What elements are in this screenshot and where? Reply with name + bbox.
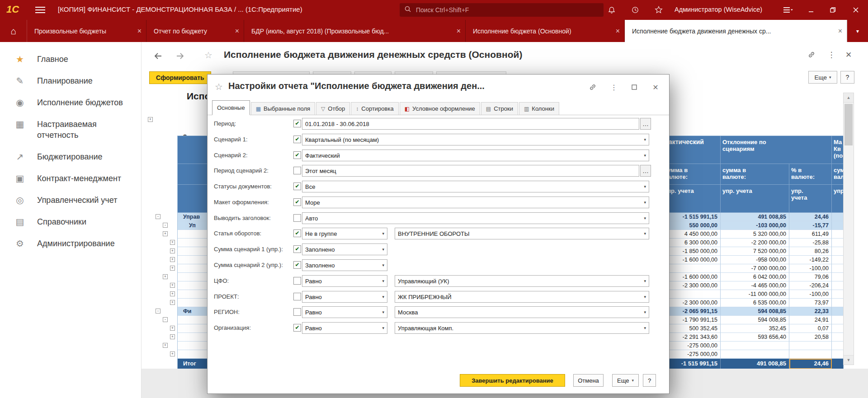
- field-combo[interactable]: Управляющая Комп.▾: [395, 322, 649, 334]
- comparison-combo[interactable]: Равно▾: [302, 322, 387, 334]
- tab-3[interactable]: БДР (июль, август 2018) (Произвольные бю…: [244, 20, 466, 42]
- current-user[interactable]: Администратор (WiseAdvice): [675, 6, 762, 13]
- expand-icon[interactable]: +: [170, 257, 175, 262]
- field-checkbox[interactable]: [293, 293, 301, 300]
- field-checkbox[interactable]: [293, 308, 301, 316]
- scroll-up-icon[interactable]: ▲: [844, 93, 854, 103]
- service-menu-icon[interactable]: [783, 5, 794, 14]
- tab-5[interactable]: Исполнение бюджета движения денежных ср.…: [625, 20, 847, 42]
- collapse-icon[interactable]: -: [163, 317, 168, 322]
- expand-icon[interactable]: +: [170, 248, 175, 253]
- field-combo[interactable]: Квартальный (по месяцам)▾: [302, 134, 649, 145]
- vertical-scrollbar[interactable]: ▲ ▼: [843, 93, 854, 365]
- sidebar-item-4[interactable]: ▦Настраиваемая отчетность: [0, 113, 141, 146]
- expand-icon[interactable]: +: [170, 266, 175, 271]
- sidebar-item-1[interactable]: ★Главное: [0, 48, 141, 70]
- field-combo[interactable]: ЖК ПРИБРЕЖНЫЙ▾: [395, 291, 649, 303]
- global-search[interactable]: [400, 3, 604, 17]
- tab-close-icon[interactable]: ×: [235, 28, 239, 35]
- expand-icon[interactable]: +: [163, 274, 168, 279]
- expand-icon[interactable]: +: [170, 240, 175, 245]
- field-checkbox[interactable]: ✔: [293, 324, 301, 332]
- field-checkbox[interactable]: [293, 167, 301, 174]
- expand-icon[interactable]: +: [170, 300, 175, 305]
- field-combo[interactable]: ВНУТРЕННИЕ ОБОРОТЫ▾: [395, 228, 649, 239]
- sidebar-item-8[interactable]: ▤Справочники: [0, 211, 141, 233]
- comparison-combo[interactable]: Не в группе▾: [302, 228, 387, 239]
- field-checkbox[interactable]: ✔: [293, 136, 301, 143]
- field-combo[interactable]: Москва▾: [395, 306, 649, 318]
- field-input[interactable]: 01.01.2018 - 30.06.2018: [302, 118, 639, 130]
- favorites-star-icon[interactable]: [654, 5, 663, 14]
- history-icon[interactable]: [631, 5, 640, 14]
- search-input[interactable]: [415, 6, 599, 14]
- field-combo[interactable]: Управляющий (УК)▾: [395, 275, 649, 287]
- sidebar-item-3[interactable]: ◉Исполнение бюджетов: [0, 92, 141, 113]
- ellipsis-button[interactable]: …: [640, 165, 651, 177]
- expand-icon[interactable]: +: [170, 334, 175, 339]
- field-checkbox[interactable]: ✔: [293, 120, 301, 127]
- field-checkbox[interactable]: ✔: [293, 245, 301, 253]
- field-input[interactable]: Этот месяц: [302, 165, 639, 177]
- selected-cell[interactable]: 24,46: [789, 359, 832, 369]
- sidebar-item-7[interactable]: ◎Управленческий учет: [0, 189, 141, 211]
- expand-icon[interactable]: +: [148, 117, 153, 122]
- value-cell: 4 450 000,00: [662, 230, 721, 239]
- minimize-button[interactable]: [800, 0, 822, 20]
- close-window-button[interactable]: [844, 0, 868, 20]
- tabs-overflow-icon[interactable]: ▾: [847, 20, 868, 42]
- ellipsis-button[interactable]: …: [640, 118, 651, 130]
- tab-1[interactable]: Произвольные бюджеты×: [27, 20, 146, 42]
- sidebar-item-2[interactable]: ✎Планирование: [0, 70, 141, 92]
- tab-2[interactable]: Отчет по бюджету×: [146, 20, 244, 42]
- scroll-down-icon[interactable]: ▼: [844, 355, 854, 365]
- field-checkbox[interactable]: ✔: [293, 183, 301, 190]
- sidebar-item-6[interactable]: ▣Контракт-менеджмент: [0, 168, 141, 189]
- sidebar-item-5[interactable]: ↗Бюджетирование: [0, 146, 141, 168]
- value-cell: [832, 264, 844, 273]
- finish-editing-button[interactable]: Завершить редактирование: [460, 374, 565, 387]
- dialog-help-button[interactable]: ?: [643, 374, 656, 387]
- expand-icon[interactable]: +: [170, 351, 175, 356]
- field-checkbox[interactable]: ✔: [293, 229, 301, 237]
- expand-icon[interactable]: +: [170, 291, 175, 296]
- field-checkbox[interactable]: ✔: [293, 151, 301, 159]
- field-checkbox[interactable]: [293, 214, 301, 222]
- tab-4[interactable]: Исполнение бюджета (Основной)×: [466, 20, 625, 42]
- generate-report-button[interactable]: Сформировать: [149, 71, 211, 84]
- field-checkbox[interactable]: ✔: [293, 261, 301, 269]
- scrollbar-thumb[interactable]: [844, 104, 853, 145]
- comparison-combo[interactable]: Заполнено▾: [302, 243, 387, 255]
- tab-close-icon[interactable]: ×: [616, 28, 620, 35]
- comparison-combo[interactable]: Равно▾: [302, 306, 387, 318]
- notifications-bell-icon[interactable]: [607, 5, 616, 14]
- comparison-combo[interactable]: Заполнено▾: [302, 259, 387, 271]
- dialog-tab-1[interactable]: Основные: [212, 100, 250, 115]
- collapse-icon[interactable]: -: [156, 309, 160, 314]
- field-combo[interactable]: Все▾: [302, 181, 649, 192]
- restore-button[interactable]: [822, 0, 844, 20]
- main-menu-icon[interactable]: [35, 6, 45, 15]
- field-combo[interactable]: Море▾: [302, 197, 649, 208]
- tab-close-icon[interactable]: ×: [838, 28, 842, 35]
- cancel-button[interactable]: Отмена: [573, 374, 604, 387]
- expand-icon[interactable]: +: [163, 343, 168, 348]
- field-checkbox[interactable]: [293, 277, 301, 285]
- field-label: ПРОЕКТ:: [214, 291, 239, 303]
- comparison-combo[interactable]: Равно▾: [302, 291, 387, 303]
- field-combo[interactable]: Авто▾: [302, 212, 649, 224]
- collapse-icon[interactable]: -: [156, 214, 160, 219]
- home-tab[interactable]: ⌂: [0, 20, 27, 42]
- field-combo[interactable]: Фактический▾: [302, 150, 649, 161]
- expand-icon[interactable]: +: [170, 326, 175, 331]
- collapse-icon[interactable]: -: [163, 223, 168, 228]
- field-checkbox[interactable]: ✔: [293, 198, 301, 206]
- field-label: Сценарий 1:: [214, 134, 248, 145]
- tab-close-icon[interactable]: ×: [137, 28, 142, 35]
- tab-close-icon[interactable]: ×: [457, 28, 461, 35]
- sidebar-item-9[interactable]: ⚙Администрирование: [0, 233, 141, 254]
- expand-icon[interactable]: +: [170, 283, 175, 288]
- comparison-combo[interactable]: Равно▾: [302, 275, 387, 287]
- expand-icon[interactable]: +: [163, 231, 168, 236]
- dialog-more-button[interactable]: Еще▾: [612, 374, 639, 387]
